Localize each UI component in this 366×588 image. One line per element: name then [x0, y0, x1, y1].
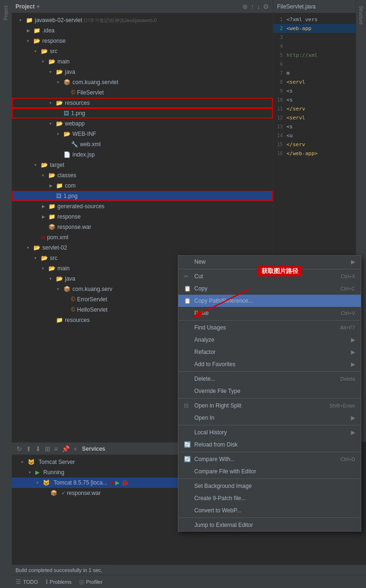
scope-icon[interactable]: ⊕	[242, 3, 248, 10]
response-label: response	[42, 38, 65, 44]
service-filter-icon[interactable]: ≡	[53, 444, 59, 454]
tree-item-classes[interactable]: ▾ 📂 classes	[12, 170, 273, 180]
menu-open-right[interactable]: ⊟ Open in Right Split Shift+Enter	[178, 400, 361, 412]
java-label: java	[65, 69, 75, 75]
tree-item-generated[interactable]: ▶ 📁 generated-sources	[12, 201, 273, 212]
collapse-icon[interactable]: ↑	[251, 3, 254, 10]
png-file-icon-src: 🖼	[64, 110, 69, 117]
tree-item-1png-src[interactable]: ▶ 🖼 1.png	[12, 108, 273, 118]
tree-item-main[interactable]: ▾ 📂 main	[12, 56, 273, 67]
menu-create-9patch[interactable]: Create 9-Patch file...	[178, 492, 361, 504]
menu-copy-path[interactable]: 📋 Copy Path/Reference...	[178, 295, 361, 307]
debug-icon[interactable]: 🐞	[121, 479, 128, 486]
tree-item-resources[interactable]: ▾ 📂 resources	[12, 98, 273, 108]
menu-analyze[interactable]: Analyze ▶	[178, 334, 361, 346]
target-label: target	[50, 162, 64, 168]
header-icons: ⊕ ↑ ↓ ⚙	[242, 3, 269, 10]
tree-item-indexjsp[interactable]: ▶ 📄 index.jsp	[12, 149, 273, 160]
tree-item-src[interactable]: ▾ 📂 src	[12, 46, 273, 56]
editor-tab-title: FileServlet.java	[277, 3, 316, 10]
menu-open-right-label: Open in Right Split	[194, 402, 241, 409]
tree-item-fileservlet[interactable]: ▶ © FileServlet	[12, 87, 273, 98]
copy-shortcut: Ctrl+C	[341, 286, 355, 291]
delete-shortcut: Delete	[340, 376, 355, 382]
menu-reload[interactable]: 🔄 Reload from Disk	[178, 439, 361, 451]
fileservlet-label: FileServlet	[77, 89, 104, 96]
tree-item-target[interactable]: ▾ 📂 target	[12, 160, 273, 170]
todo-toolbar-item[interactable]: ☰ TODO	[16, 578, 38, 585]
tree-item-webapp[interactable]: ▾ 📂 webapp	[12, 118, 273, 129]
menu-convert-webp[interactable]: Convert to WebP...	[178, 504, 361, 517]
tree-item-pomxml[interactable]: ▶ m pom.xml	[12, 232, 273, 243]
tree-item-response[interactable]: ▾ 📂 response	[12, 36, 273, 46]
service-collapse-icon[interactable]: ⬆	[25, 444, 32, 454]
helloservlet-label: HelloServlet	[77, 306, 108, 313]
menu-paste[interactable]: Paste Ctrl+V	[178, 307, 361, 319]
folder-icon-webapp: 📂	[56, 120, 63, 127]
service-layout-icon[interactable]: ⊞	[44, 444, 51, 454]
tree-item-root[interactable]: ▾ 📁 javaweb-02-servlet D:\学习笔记\狂神说Java\j…	[12, 15, 273, 25]
menu-find-usages[interactable]: Find Usages Alt+F7	[178, 321, 361, 334]
service-add-icon[interactable]: +	[72, 444, 78, 454]
menu-local-history[interactable]: Local History ▶	[178, 426, 361, 439]
stop-icon[interactable]: ■	[110, 479, 113, 486]
line-content-11: </serv	[286, 106, 305, 112]
service-expand-icon[interactable]: ⬇	[34, 444, 42, 454]
service-pin-icon[interactable]: 📌	[61, 444, 71, 454]
line-num-15: 15	[273, 142, 286, 147]
tree-item-response-target[interactable]: ▶ 📁 response	[12, 212, 273, 222]
main02-label: main	[57, 265, 70, 272]
service-refresh-icon[interactable]: ↻	[16, 444, 23, 454]
menu-set-background[interactable]: Set Background Image	[178, 480, 361, 492]
tree-item-com-kuang[interactable]: ▾ 📦 com.kuang.servlet	[12, 77, 273, 87]
menu-analyze-label: Analyze	[194, 337, 215, 343]
split-icon: ⊟	[184, 402, 192, 409]
tree-item-webxml[interactable]: ▶ 🔧 web.xml	[12, 139, 273, 149]
menu-compare-with[interactable]: 🔄 Compare With... Ctrl+D	[178, 453, 361, 465]
resources-label: resources	[65, 100, 90, 106]
tree-item-1png-target[interactable]: ▶ 🖼 1.png	[12, 191, 273, 201]
pom-icon: m	[41, 235, 45, 240]
java-file-icon-hello: ©	[71, 306, 75, 313]
1png-target-label: 1.png	[64, 193, 78, 199]
webapp-label: webapp	[65, 120, 85, 127]
menu-delete[interactable]: Delete... Delete	[178, 373, 361, 385]
dropdown-arrow[interactable]: ▾	[37, 3, 40, 10]
problems-label: Problems	[50, 579, 72, 585]
line-num-2: 2	[273, 26, 286, 31]
project-header: Project ▾ ⊕ ↑ ↓ ⚙	[12, 0, 273, 13]
menu-override-type[interactable]: Override File Type	[178, 385, 361, 397]
deploy-icon[interactable]: ▶	[115, 479, 119, 486]
tree-item-webinf[interactable]: ▾ 📂 WEB-INF	[12, 129, 273, 139]
separator-3	[178, 371, 361, 372]
line-content-14: <u	[286, 133, 293, 139]
open-in-arrow-icon: ▶	[351, 415, 355, 421]
tree-item-responsewar[interactable]: ▶ 📦 response.war	[12, 222, 273, 232]
menu-refactor[interactable]: Refactor ▶	[178, 346, 361, 358]
structure-tab[interactable]: Structure	[358, 2, 365, 29]
new-arrow-icon: ▶	[351, 259, 355, 265]
copy-icon: 📋	[184, 285, 192, 292]
jsp-file-icon: 📄	[64, 151, 71, 158]
tree-item-idea[interactable]: ▶ 📁 .idea	[12, 25, 273, 36]
menu-compare-editor[interactable]: Compare File with Editor	[178, 465, 361, 478]
profiler-toolbar-item[interactable]: ◎ Profiler	[79, 578, 103, 585]
tree-item-servlet02[interactable]: ▾ 📂 servlet-02	[12, 243, 273, 253]
separator-8	[178, 517, 361, 518]
expand-icon[interactable]: ↓	[257, 3, 260, 10]
settings-icon[interactable]: ⚙	[263, 3, 269, 10]
tree-item-java[interactable]: ▾ 📂 java	[12, 67, 273, 77]
context-menu: New ▶ ✂ Cut Ctrl+X 📋 Copy Ctrl+C 📋 Copy …	[178, 255, 361, 532]
tree-item-com-target[interactable]: ▶ 📁 com	[12, 180, 273, 191]
menu-jump-external[interactable]: Jump to External Editor	[178, 519, 361, 531]
project-tab[interactable]: Project	[2, 2, 9, 24]
menu-add-favorites[interactable]: Add to Favorites ▶	[178, 358, 361, 370]
compare-with-icon: 🔄	[184, 456, 192, 463]
com-kuang-label: com.kuang.servlet	[72, 79, 118, 86]
menu-copy[interactable]: 📋 Copy Ctrl+C	[178, 282, 361, 295]
menu-open-in[interactable]: Open In ▶	[178, 412, 361, 424]
root-label: javaweb-02-servlet D:\学习笔记\狂神说Java\javaw…	[35, 17, 157, 24]
line-num-10: 10	[273, 97, 286, 102]
problems-toolbar-item[interactable]: ℹ Problems	[46, 578, 72, 585]
cut-icon: ✂	[184, 273, 192, 280]
